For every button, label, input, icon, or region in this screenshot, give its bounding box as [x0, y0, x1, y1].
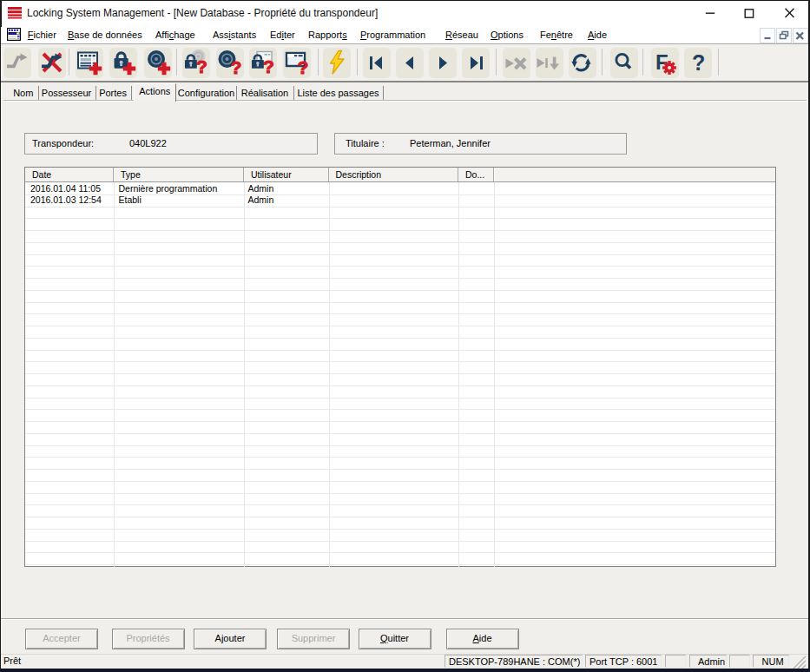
svg-text:?: ?: [692, 50, 705, 75]
svg-text:?: ?: [230, 57, 241, 77]
svg-text:?: ?: [263, 56, 274, 76]
svg-text:?: ?: [196, 56, 207, 76]
svg-text:?: ?: [297, 57, 308, 77]
